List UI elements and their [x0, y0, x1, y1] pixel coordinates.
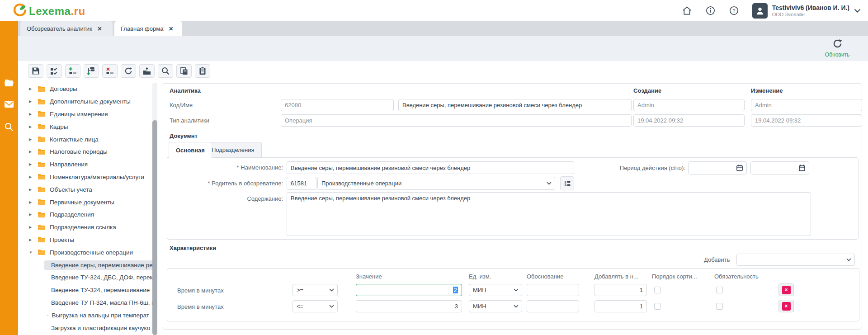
caret-icon[interactable]: ▶: [29, 125, 34, 129]
required-checkbox[interactable]: [716, 287, 723, 293]
justification-input[interactable]: [527, 284, 579, 296]
copy-button[interactable]: [176, 64, 192, 78]
tree-item-folder[interactable]: ▶Налоговые периоды: [18, 146, 152, 158]
add-to-input[interactable]: [594, 300, 647, 312]
caret-icon[interactable]: ▶: [29, 238, 34, 242]
required-checkbox[interactable]: [716, 303, 723, 310]
tree-item-folder[interactable]: ▶Единицы измерения: [18, 108, 152, 121]
tab-analytics-explorer[interactable]: Обозреватель аналитик ×: [20, 21, 113, 36]
caret-icon[interactable]: ▼: [29, 250, 34, 255]
analytics-type-input[interactable]: [281, 114, 632, 127]
doc-tab-subdivisions[interactable]: Подразделения: [204, 142, 262, 157]
tree-leaf-selected[interactable]: Введение серы, перемешивание ре: [18, 259, 152, 271]
delete-row-button[interactable]: ×: [778, 283, 794, 296]
caret-icon[interactable]: ▶: [29, 162, 34, 166]
created-by-input[interactable]: [633, 99, 745, 111]
analytics-name-input[interactable]: [398, 99, 632, 111]
operator-select[interactable]: <=: [292, 300, 338, 312]
caret-icon[interactable]: ▶: [29, 175, 34, 179]
caret-icon[interactable]: ▶: [29, 225, 34, 229]
col-value: Значение: [356, 273, 382, 280]
parent-code-input[interactable]: [287, 177, 316, 190]
refresh-toolbar-button[interactable]: [121, 64, 136, 78]
code-input[interactable]: [281, 99, 394, 111]
value-input-focused[interactable]: 2: [356, 284, 462, 296]
tree-leaf[interactable]: Загрузка и пластификация каучуко: [18, 321, 152, 334]
save-button[interactable]: [28, 64, 43, 78]
calendar-icon[interactable]: [736, 164, 743, 173]
created-at-input[interactable]: [633, 114, 745, 127]
tree-leaf[interactable]: Введение ТУ П-324, масла ПН-6ш, п: [18, 297, 152, 309]
user-menu[interactable]: TestIvIvIv6 (Иванов И. И.) ООО Эколайн: [752, 3, 861, 19]
value-input[interactable]: [356, 300, 462, 312]
caret-icon[interactable]: ▶: [29, 150, 34, 154]
open-tree-button[interactable]: [560, 176, 574, 190]
content-label: Содержание:: [167, 195, 283, 202]
refresh-button[interactable]: Обновить: [818, 38, 856, 58]
info-icon[interactable]: [705, 5, 716, 16]
multi-select-button[interactable]: [47, 64, 62, 78]
tree-item-folder[interactable]: ▶Направления: [18, 158, 152, 171]
add-child-node-button[interactable]: [84, 64, 99, 78]
doc-tab-main[interactable]: Основная: [169, 142, 212, 158]
tree-item-folder[interactable]: ▶Дополнительные документы: [18, 95, 152, 108]
tree-leaf[interactable]: Введение ТУ-324, ДБС, ДОФ, перем: [18, 271, 152, 284]
tree-item-folder[interactable]: ▶Объекты учета: [18, 183, 152, 196]
justification-input[interactable]: [527, 300, 579, 312]
tree-item-folder[interactable]: ▶Первичные документы: [18, 196, 152, 208]
unit-select[interactable]: МИН: [469, 300, 522, 312]
unit-select[interactable]: МИН: [469, 284, 522, 296]
paste-button[interactable]: [195, 64, 210, 78]
add-to-input[interactable]: [594, 284, 647, 296]
sort-order-checkbox[interactable]: [654, 287, 661, 293]
calendar-icon[interactable]: [798, 164, 806, 173]
parent-select[interactable]: Производственные операции: [317, 177, 555, 190]
delete-row-button[interactable]: ×: [778, 300, 794, 312]
modified-at-input[interactable]: [751, 114, 862, 127]
tree-leaf[interactable]: Выгрузка на вальцы при температ: [18, 309, 152, 321]
mail-icon[interactable]: [4, 100, 14, 110]
folders-icon[interactable]: [4, 78, 14, 88]
tree-item-folder[interactable]: ▶Кадры: [18, 120, 152, 133]
tree-item-folder[interactable]: ▶Подразделения ссылка: [18, 221, 152, 234]
doc-name-input[interactable]: [287, 161, 574, 174]
close-icon[interactable]: ×: [169, 25, 173, 33]
help-icon[interactable]: ?: [729, 5, 740, 16]
char-row-name: Время в минутах: [177, 303, 224, 310]
caret-icon[interactable]: ▶: [29, 137, 34, 142]
caret-icon[interactable]: ▶: [29, 200, 34, 204]
copy-icon: [179, 66, 189, 75]
lexema-logo[interactable]: Lexema.ru: [13, 3, 85, 19]
operator-select[interactable]: >=: [292, 284, 338, 296]
delete-x-icon: ×: [782, 302, 791, 311]
caret-icon[interactable]: ▶: [29, 212, 34, 217]
caret-icon[interactable]: ▶: [29, 87, 34, 91]
modified-by-input[interactable]: [751, 99, 862, 111]
search-toolbar-button[interactable]: [158, 64, 173, 78]
add-node-button[interactable]: [65, 64, 80, 78]
delete-node-button[interactable]: [102, 64, 118, 78]
search-icon[interactable]: [4, 122, 14, 132]
tree-leaf[interactable]: Введение ТУ-324, перемешивание: [18, 284, 152, 297]
tree-item-folder[interactable]: ▶Контактные лица: [18, 133, 152, 146]
tree-item-folder[interactable]: ▶Договоры: [18, 83, 152, 95]
tree-item-folder[interactable]: ▶Подразделения: [18, 208, 152, 221]
tree-item-label: Введение ТУ П-324, масла ПН-6ш, п: [51, 299, 152, 306]
caret-icon[interactable]: ▶: [29, 112, 34, 116]
tab-main-form[interactable]: Главная форма ×: [114, 21, 182, 36]
home-icon[interactable]: [682, 5, 693, 16]
import-button[interactable]: [139, 64, 155, 78]
close-icon[interactable]: ×: [98, 25, 102, 33]
caret-icon[interactable]: ▶: [29, 188, 34, 192]
caret-icon[interactable]: ▶: [29, 99, 34, 104]
chevron-down-icon[interactable]: [854, 7, 861, 15]
tree-item-folder[interactable]: ▶Номенклатура/материалы/услуги: [18, 171, 152, 184]
tree-item-folder[interactable]: ▶Проекты: [18, 234, 152, 246]
tree-scrollbar-thumb[interactable]: [152, 120, 157, 335]
folder-icon: [38, 174, 46, 180]
parent-label: * Родитель в обозревателе:: [167, 180, 283, 187]
content-textarea[interactable]: Введение серы, перемешивание резиновой с…: [287, 192, 811, 236]
tree-item-folder-expanded[interactable]: ▼Производственные операции: [18, 246, 152, 259]
add-characteristic-select[interactable]: [736, 254, 855, 266]
sort-order-checkbox[interactable]: [654, 303, 661, 310]
